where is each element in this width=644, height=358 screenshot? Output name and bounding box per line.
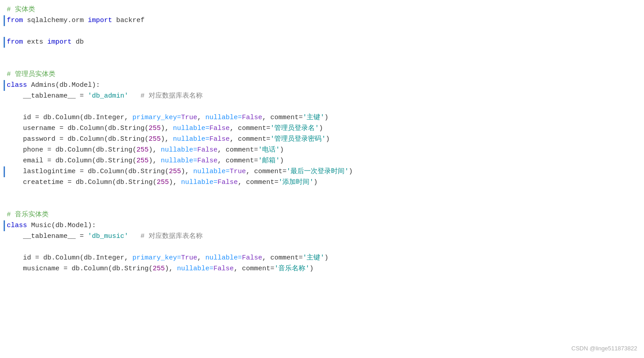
code-token: ), — [149, 146, 161, 154]
code-token: ) — [319, 125, 323, 132]
code-token: 255 — [136, 157, 149, 165]
code-line — [5, 58, 644, 69]
code-line-content: email = db.Column(db.String(255), nullab… — [7, 156, 284, 166]
code-token: , comment= — [230, 135, 270, 143]
code-line-content: __tablename__ = 'db_music' # 对应数据库表名称 — [7, 231, 203, 242]
code-line-content: from sqlalchemy.orm import backref — [7, 15, 145, 26]
code-line-content: id = db.Column(db.Integer, primary_key=T… — [7, 112, 328, 123]
code-line — [5, 102, 644, 112]
code-token: True — [230, 168, 246, 175]
code-token: 'db_admin' — [88, 92, 128, 100]
code-line: username = db.Column(db.String(255), nul… — [5, 123, 644, 134]
code-token: ), — [161, 135, 173, 143]
code-token: nullable= — [193, 168, 230, 175]
code-token: class — [7, 81, 27, 89]
code-line: createtime = db.Column(db.String(255), n… — [5, 177, 644, 188]
code-line-content: # 音乐实体类 — [7, 210, 49, 220]
code-token: Music(db.Model): — [27, 222, 96, 229]
code-token: ), — [165, 265, 177, 273]
code-line — [5, 26, 644, 37]
code-token: ) — [313, 179, 317, 186]
code-token: import — [47, 38, 72, 46]
code-token: ) — [349, 168, 353, 175]
code-token: , comment= — [262, 114, 303, 121]
code-line: __tablename__ = 'db_admin' # 对应数据库表名称 — [5, 91, 644, 102]
code-token: nullable= — [173, 125, 209, 132]
code-line — [5, 48, 644, 58]
code-token: nullable= — [205, 254, 242, 262]
code-token: ), — [161, 125, 173, 132]
code-token: # 对应数据库表名称 — [128, 233, 203, 240]
code-token: # 管理员实体类 — [7, 71, 55, 78]
code-line: phone = db.Column(db.String(255), nullab… — [5, 145, 644, 156]
code-line — [5, 242, 644, 253]
code-token: ) — [280, 146, 284, 154]
code-token: ) — [309, 265, 313, 273]
code-token: ) — [326, 135, 330, 143]
code-token: sqlalchemy.orm — [23, 17, 88, 24]
code-line — [5, 199, 644, 210]
code-token: '主键' — [303, 114, 324, 121]
code-token: nullable= — [161, 146, 197, 154]
code-token: , — [197, 114, 205, 121]
code-token: ), — [169, 179, 181, 186]
code-token: from — [7, 38, 23, 46]
code-token: lastlogintime = db.Column(db.String( — [7, 168, 169, 175]
code-token: ), — [149, 157, 161, 165]
code-token: 255 — [149, 125, 161, 132]
code-token: 255 — [153, 265, 165, 273]
code-token: # 实体类 — [7, 6, 35, 13]
code-line: lastlogintime = db.Column(db.String(255)… — [5, 166, 644, 177]
code-token: , comment= — [238, 179, 278, 186]
code-line-content: phone = db.Column(db.String(255), nullab… — [7, 145, 284, 156]
code-token: Admins(db.Model): — [27, 81, 100, 89]
code-token: ), — [181, 168, 193, 175]
code-token: 255 — [169, 168, 181, 175]
code-line: from sqlalchemy.orm import backref — [5, 15, 644, 26]
code-token: , comment= — [262, 254, 303, 262]
code-line: class Admins(db.Model): — [5, 80, 644, 91]
watermark: CSDN @linge511873822 — [571, 344, 637, 354]
code-line: email = db.Column(db.String(255), nullab… — [5, 156, 644, 166]
code-line: class Music(db.Model): — [5, 220, 644, 231]
code-line: id = db.Column(db.Integer, primary_key=T… — [5, 112, 644, 123]
code-token: , — [197, 254, 205, 262]
code-token: '邮箱' — [258, 157, 280, 165]
code-token: nullable= — [205, 114, 242, 121]
code-token: True — [181, 254, 197, 262]
code-token: __tablename__ = — [7, 233, 88, 240]
code-token: ) — [280, 157, 284, 165]
code-line-content: # 实体类 — [7, 4, 35, 15]
code-token: id = db.Column(db.Integer, — [7, 114, 132, 121]
code-token: primary_key= — [132, 254, 181, 262]
code-token: '主键' — [303, 254, 324, 262]
code-token: False — [209, 125, 230, 132]
code-line-content — [7, 58, 11, 69]
code-line: __tablename__ = 'db_music' # 对应数据库表名称 — [5, 231, 644, 242]
code-line-content — [7, 188, 11, 199]
code-token: nullable= — [161, 157, 197, 165]
code-token: 255 — [157, 179, 169, 186]
code-token: id = db.Column(db.Integer, — [7, 254, 132, 262]
code-token: False — [197, 146, 218, 154]
code-line-content: createtime = db.Column(db.String(255), n… — [7, 177, 317, 188]
code-token: '添加时间' — [278, 179, 313, 186]
code-line: # 管理员实体类 — [5, 69, 644, 80]
code-line-content: # 管理员实体类 — [7, 69, 55, 80]
code-token: nullable= — [177, 265, 213, 273]
code-token: exts — [23, 38, 47, 46]
code-token: '管理员登录密码' — [270, 135, 326, 143]
code-token: False — [218, 179, 238, 186]
code-token: 255 — [149, 135, 161, 143]
code-token: nullable= — [181, 179, 218, 186]
code-line: id = db.Column(db.Integer, primary_key=T… — [5, 253, 644, 264]
code-line-content: class Admins(db.Model): — [7, 80, 100, 91]
code-token: 255 — [136, 146, 149, 154]
code-token: , comment= — [218, 157, 258, 165]
code-token: False — [209, 135, 230, 143]
code-line — [5, 188, 644, 199]
code-token: False — [242, 254, 262, 262]
code-token: '最后一次登录时间' — [286, 168, 349, 175]
code-token: # 音乐实体类 — [7, 211, 49, 219]
code-token: ) — [324, 254, 328, 262]
